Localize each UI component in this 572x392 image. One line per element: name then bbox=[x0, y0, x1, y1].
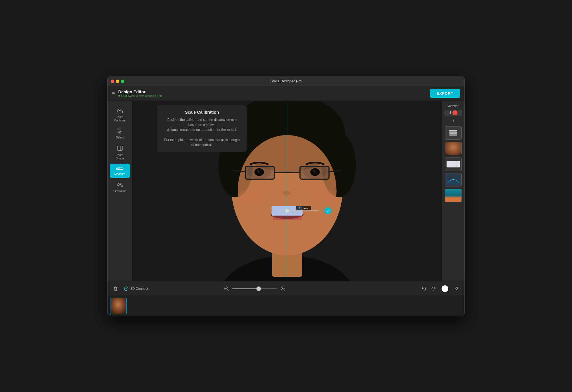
tool-tooth-shape[interactable]: ToothShape bbox=[110, 143, 130, 162]
pencil-button[interactable] bbox=[453, 285, 460, 292]
tool-simulation[interactable]: Simulation bbox=[110, 179, 130, 195]
color-picker[interactable] bbox=[442, 285, 448, 292]
tooth-shape-icon bbox=[116, 145, 123, 152]
tool-measure[interactable]: Measure bbox=[110, 164, 130, 178]
canvas-area: Scale Calibration Position the caliper a… bbox=[132, 101, 442, 281]
variation-control: 1 - bbox=[444, 110, 462, 116]
right-panel: Variation 1 - + bbox=[442, 101, 464, 281]
menu-button[interactable]: ≡ bbox=[112, 90, 115, 96]
measure-label: Measure bbox=[115, 173, 125, 176]
svg-point-22 bbox=[257, 170, 259, 172]
zoom-controls bbox=[213, 285, 297, 292]
delete-button[interactable] bbox=[112, 285, 119, 293]
main-content: ToothContours Select T bbox=[108, 101, 464, 281]
svg-rect-59 bbox=[447, 181, 460, 184]
calibration-description: Position the caliper and set the distanc… bbox=[163, 117, 241, 147]
bottom-right-controls bbox=[420, 285, 460, 292]
connect-label: 3D Connect bbox=[130, 287, 148, 291]
app-window: Smile Designer Pro ≡ Design Editor Last … bbox=[107, 76, 465, 316]
sync-text: Last Sync: a few seconds ago bbox=[121, 94, 162, 97]
variation-label: Variation bbox=[447, 104, 459, 107]
svg-text:2.1 mm: 2.1 mm bbox=[299, 207, 308, 210]
title-bar: Smile Designer Pro bbox=[108, 76, 464, 86]
zoom-out-button[interactable] bbox=[223, 285, 230, 292]
measure-icon bbox=[116, 166, 123, 171]
scale-calibration-panel: Scale Calibration Position the caliper a… bbox=[157, 105, 247, 152]
select-icon bbox=[117, 128, 123, 135]
bottom-toolbar: 3D Connect bbox=[108, 281, 464, 296]
tooth-contours-icon bbox=[116, 107, 124, 114]
window-title: Smile Designer Pro bbox=[270, 79, 302, 83]
tooth-shape-label: ToothShape bbox=[116, 154, 124, 160]
layer-arch-thumbnail[interactable] bbox=[445, 173, 462, 187]
svg-rect-0 bbox=[117, 146, 122, 150]
tool-tooth-contours[interactable]: ToothContours bbox=[110, 105, 130, 125]
select-label: Select bbox=[116, 136, 124, 139]
svg-point-31 bbox=[283, 190, 291, 195]
svg-point-33 bbox=[311, 189, 337, 206]
undo-button[interactable] bbox=[420, 285, 428, 292]
maximize-button[interactable] bbox=[121, 80, 124, 83]
svg-rect-50 bbox=[449, 134, 457, 136]
variation-minus-button[interactable]: - bbox=[452, 110, 457, 115]
layer-teeth-thumbnail[interactable] bbox=[445, 157, 462, 171]
svg-line-63 bbox=[227, 290, 228, 291]
export-button[interactable]: EXPORT bbox=[430, 89, 460, 98]
hamburger-icon: ≡ bbox=[112, 90, 115, 96]
close-button[interactable] bbox=[111, 80, 114, 83]
connect-3d-button[interactable]: 3D Connect bbox=[123, 285, 149, 292]
variation-number: 1 bbox=[449, 111, 451, 115]
svg-rect-54 bbox=[447, 161, 460, 167]
svg-rect-52 bbox=[449, 130, 457, 132]
zoom-in-button[interactable] bbox=[279, 285, 287, 292]
svg-point-32 bbox=[238, 189, 263, 206]
tooth-contours-label: ToothContours bbox=[114, 116, 126, 122]
variation-plus-button[interactable]: + bbox=[452, 118, 455, 124]
layer-tray-thumbnail[interactable] bbox=[445, 189, 462, 202]
svg-line-68 bbox=[457, 288, 457, 288]
svg-text:✓: ✓ bbox=[327, 209, 329, 212]
film-thumbnail-1[interactable] bbox=[110, 298, 127, 314]
left-sidebar: ToothContours Select T bbox=[108, 101, 132, 281]
film-strip bbox=[108, 296, 464, 316]
header-title-area: Design Editor Last Sync: a few seconds a… bbox=[118, 89, 162, 97]
svg-rect-51 bbox=[449, 132, 457, 134]
sync-dot-icon bbox=[118, 95, 120, 97]
calibration-title: Scale Calibration bbox=[163, 110, 241, 114]
minimize-button[interactable] bbox=[116, 80, 119, 83]
traffic-lights bbox=[111, 80, 124, 83]
svg-point-27 bbox=[313, 170, 314, 172]
svg-line-67 bbox=[284, 290, 285, 291]
redo-button[interactable] bbox=[430, 285, 437, 292]
layer-face-thumbnail[interactable] bbox=[445, 142, 462, 155]
zoom-slider[interactable] bbox=[232, 288, 277, 289]
simulation-icon bbox=[116, 181, 123, 188]
tool-select[interactable]: Select bbox=[110, 126, 130, 142]
layers-button[interactable] bbox=[445, 126, 462, 140]
simulation-label: Simulation bbox=[113, 190, 127, 193]
header-title: Design Editor bbox=[118, 89, 162, 94]
sync-status: Last Sync: a few seconds ago bbox=[118, 94, 162, 97]
header-bar: ≡ Design Editor Last Sync: a few seconds… bbox=[108, 86, 464, 101]
undo-redo-controls bbox=[420, 285, 437, 292]
